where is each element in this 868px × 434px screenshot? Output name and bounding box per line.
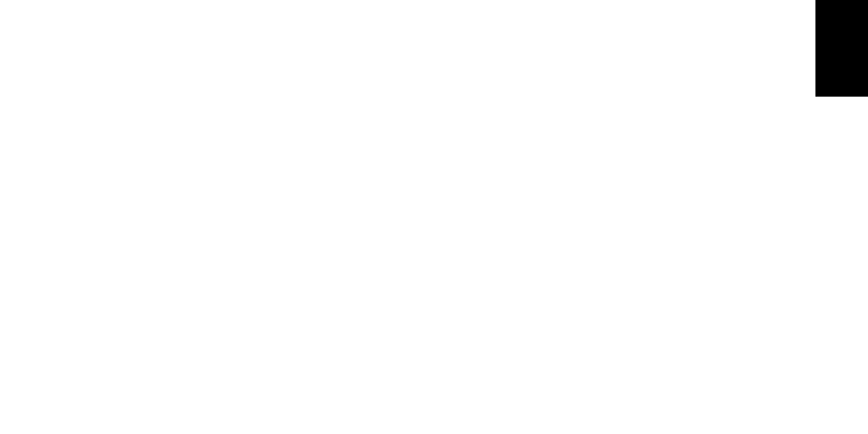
code-pane-bottom[interactable]: [0, 253, 678, 434]
